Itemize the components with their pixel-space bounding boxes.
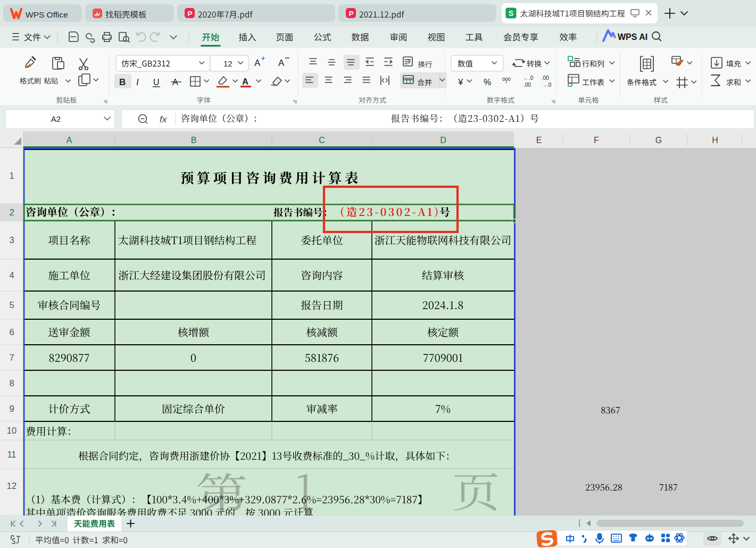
svg-text:A: A bbox=[242, 77, 248, 86]
svg-text:4: 4 bbox=[9, 270, 14, 280]
svg-text:D: D bbox=[440, 136, 446, 145]
svg-text:A: A bbox=[278, 58, 285, 68]
svg-text:7: 7 bbox=[9, 353, 14, 362]
svg-text:A: A bbox=[67, 136, 72, 145]
svg-text:10: 10 bbox=[7, 426, 16, 435]
svg-text:fx: fx bbox=[160, 114, 167, 124]
svg-text:1: 1 bbox=[9, 171, 14, 180]
svg-text:8: 8 bbox=[9, 378, 14, 388]
svg-text:B: B bbox=[119, 77, 126, 87]
svg-text:WPS Office: WPS Office bbox=[26, 10, 68, 19]
svg-text:A2: A2 bbox=[51, 114, 61, 123]
svg-text:A: A bbox=[254, 58, 261, 68]
svg-text:6: 6 bbox=[9, 327, 14, 337]
svg-text:P: P bbox=[348, 10, 353, 18]
svg-text:.00: .00 bbox=[524, 82, 531, 88]
svg-text:12: 12 bbox=[223, 59, 232, 68]
svg-text:E: E bbox=[536, 136, 542, 145]
svg-text:←.0: ←.0 bbox=[524, 75, 534, 81]
svg-text:WPS AI: WPS AI bbox=[618, 32, 647, 41]
svg-text:3: 3 bbox=[9, 235, 14, 245]
svg-text:’: ’ bbox=[505, 80, 507, 88]
svg-text:→.0: →.0 bbox=[542, 82, 552, 88]
svg-text:C: C bbox=[319, 136, 325, 145]
svg-text:F: F bbox=[594, 136, 599, 145]
svg-text:12: 12 bbox=[7, 481, 16, 491]
svg-text:2: 2 bbox=[9, 207, 14, 217]
svg-text:B: B bbox=[191, 136, 197, 145]
svg-text:5: 5 bbox=[9, 300, 14, 310]
svg-text:G: G bbox=[655, 136, 662, 145]
svg-text:+: + bbox=[261, 55, 265, 62]
svg-text:%: % bbox=[484, 78, 491, 87]
svg-text:I: I bbox=[136, 77, 139, 87]
svg-text:9: 9 bbox=[9, 404, 14, 413]
svg-text:S: S bbox=[509, 9, 513, 18]
svg-text:.00: .00 bbox=[542, 75, 549, 81]
svg-text:¥: ¥ bbox=[458, 77, 463, 87]
svg-text:11: 11 bbox=[7, 450, 16, 459]
svg-text:U: U bbox=[153, 78, 160, 87]
svg-text:H: H bbox=[712, 136, 718, 145]
svg-text:P: P bbox=[187, 10, 192, 18]
